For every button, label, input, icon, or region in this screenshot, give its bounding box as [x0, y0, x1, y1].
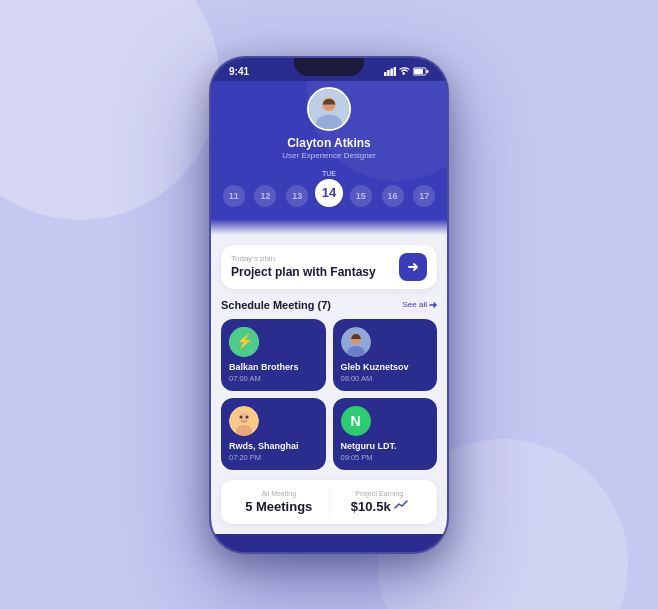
avatar [307, 87, 351, 131]
cal-num: 15 [350, 185, 372, 207]
meeting-avatar-rwds [229, 406, 259, 436]
phone-frame: 9:41 [209, 56, 449, 554]
status-time: 9:41 [229, 66, 249, 77]
trend-up-icon [394, 500, 408, 512]
today-plan-info: Today's plan Project plan with Fantasy [231, 254, 376, 279]
user-role: User Experience Designer [282, 151, 375, 160]
cal-num: 11 [223, 185, 245, 207]
stat-project-earning: Project Earning $10.5k [334, 490, 426, 514]
status-icons [384, 67, 429, 76]
meeting-time-netguru: 09:05 PM [341, 453, 430, 462]
avatar-container: Clayton Atkins User Experience Designer [211, 81, 447, 160]
cal-day-15[interactable]: 15 [348, 185, 374, 207]
header: Clayton Atkins User Experience Designer … [211, 81, 447, 219]
svg-rect-0 [384, 72, 387, 76]
svg-point-20 [246, 415, 249, 418]
signal-icon [384, 67, 396, 76]
meeting-avatar-netguru: N [341, 406, 371, 436]
cal-day-17[interactable]: 17 [411, 185, 437, 207]
cal-day-12[interactable]: 12 [253, 185, 279, 207]
meeting-card-balkan[interactable]: ⚡ Balkan Brothers 07:00 AM [221, 319, 326, 391]
svg-point-9 [316, 114, 341, 129]
cal-day-14-active[interactable]: TUE 14 [316, 170, 342, 207]
meeting-card-gleb[interactable]: Gleb Kuznetsov 08:00 AM [333, 319, 438, 391]
see-all-arrow-icon [429, 301, 437, 309]
main-content: Today's plan Project plan with Fantasy S… [211, 235, 447, 534]
meeting-avatar-balkan: ⚡ [229, 327, 259, 357]
schedule-header: Schedule Meeting (7) See all [221, 299, 437, 311]
wave-divider [211, 219, 447, 235]
svg-rect-3 [394, 67, 396, 76]
stats-bar: All Meeting 5 Meetings Project Earning $… [221, 480, 437, 524]
plan-arrow-button[interactable] [399, 253, 427, 281]
phone-wrapper: 9:41 [209, 56, 449, 554]
meeting-card-netguru[interactable]: N Netguru LDT. 09:05 PM [333, 398, 438, 470]
phone-notch [294, 58, 364, 76]
wifi-icon [399, 67, 410, 75]
meeting-card-rwds[interactable]: Rwds, Shanghai 07:20 PM [221, 398, 326, 470]
battery-icon [413, 67, 429, 76]
stat-label-meetings: All Meeting [233, 490, 325, 497]
cal-label: TUE [322, 170, 336, 177]
bg-decoration-1 [0, 0, 220, 220]
meeting-time-gleb: 08:00 AM [341, 374, 430, 383]
meeting-name-balkan: Balkan Brothers [229, 362, 318, 372]
svg-point-19 [240, 415, 243, 418]
svg-point-8 [322, 97, 337, 112]
svg-point-10 [323, 98, 336, 111]
svg-rect-2 [390, 68, 393, 76]
meeting-avatar-gleb [341, 327, 371, 357]
meeting-name-gleb: Gleb Kuznetsov [341, 362, 430, 372]
stat-label-earning: Project Earning [334, 490, 426, 497]
cal-num: 13 [286, 185, 308, 207]
arrow-right-icon [407, 261, 419, 273]
today-plan-card[interactable]: Today's plan Project plan with Fantasy [221, 245, 437, 289]
stat-divider [329, 488, 330, 516]
cal-num: 17 [413, 185, 435, 207]
meetings-grid: ⚡ Balkan Brothers 07:00 AM [221, 319, 437, 470]
meeting-time-rwds: 07:20 PM [229, 453, 318, 462]
svg-rect-1 [387, 70, 390, 76]
svg-point-7 [309, 89, 349, 129]
meeting-time-balkan: 07:00 AM [229, 374, 318, 383]
meeting-name-netguru: Netguru LDT. [341, 441, 430, 451]
calendar-strip[interactable]: 11 12 13 TUE 14 15 16 [211, 160, 447, 207]
stat-all-meeting: All Meeting 5 Meetings [233, 490, 325, 514]
cal-num: 16 [382, 185, 404, 207]
cal-num-active: 14 [315, 179, 343, 207]
see-all-button[interactable]: See all [403, 300, 437, 309]
today-plan-label: Today's plan [231, 254, 376, 263]
today-plan-title: Project plan with Fantasy [231, 265, 376, 279]
svg-rect-6 [427, 70, 429, 73]
svg-text:⚡: ⚡ [236, 333, 254, 350]
stat-value-meetings: 5 Meetings [233, 499, 325, 514]
cal-num: 12 [254, 185, 276, 207]
cal-day-11[interactable]: 11 [221, 185, 247, 207]
cal-day-13[interactable]: 13 [284, 185, 310, 207]
user-name: Clayton Atkins [287, 136, 371, 150]
meeting-name-rwds: Rwds, Shanghai [229, 441, 318, 451]
cal-day-16[interactable]: 16 [380, 185, 406, 207]
stat-value-earning: $10.5k [334, 499, 426, 514]
schedule-title: Schedule Meeting (7) [221, 299, 331, 311]
svg-rect-5 [414, 69, 423, 74]
